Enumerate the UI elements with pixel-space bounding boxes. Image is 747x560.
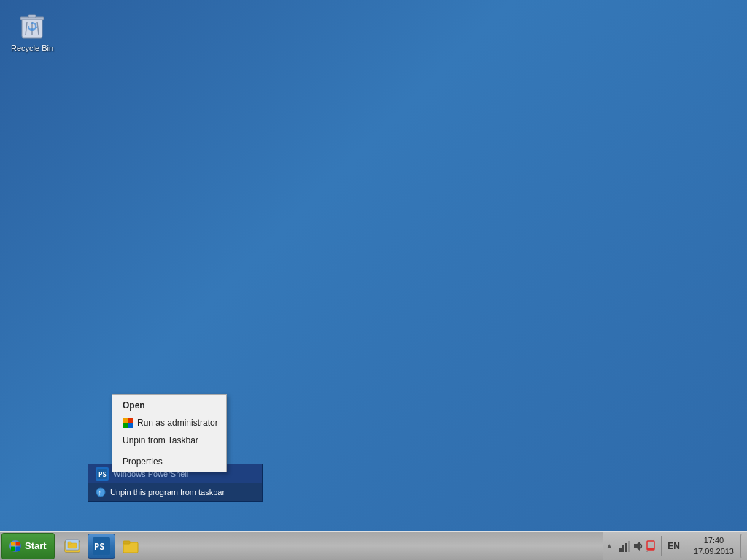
action-center-tray-icon[interactable] bbox=[645, 540, 657, 552]
taskbar: Start PS bbox=[0, 531, 747, 560]
clock-display[interactable]: 17:40 17.09.2013 bbox=[688, 535, 740, 556]
svg-rect-34 bbox=[628, 541, 630, 552]
taskbar-pin-folder[interactable] bbox=[117, 534, 144, 559]
taskbar-pin-powershell[interactable]: PS bbox=[88, 534, 115, 559]
unpin-icon: ↑ bbox=[96, 487, 106, 497]
recycle-bin-graphic bbox=[18, 9, 47, 41]
svg-rect-10 bbox=[123, 418, 128, 423]
svg-rect-14 bbox=[11, 542, 15, 546]
start-button[interactable]: Start bbox=[1, 533, 55, 559]
svg-rect-5 bbox=[28, 15, 36, 18]
context-menu-unpin[interactable]: Unpin from Taskbar bbox=[112, 432, 226, 449]
tray-divider bbox=[661, 536, 662, 556]
recycle-bin-label: Recycle Bin bbox=[11, 44, 53, 53]
svg-rect-15 bbox=[16, 542, 20, 546]
context-menu-run-as-admin[interactable]: Run as administrator bbox=[112, 414, 226, 432]
system-tray: ▲ bbox=[603, 532, 747, 560]
unpin-program-label: Unpin this program from taskbar bbox=[110, 488, 225, 497]
language-indicator[interactable]: EN bbox=[663, 541, 684, 551]
svg-rect-13 bbox=[128, 423, 133, 428]
tray-expand-arrow[interactable]: ▲ bbox=[603, 542, 616, 550]
unpin-program-item[interactable]: ↑ Unpin this program from taskbar bbox=[88, 483, 262, 501]
svg-text:PS: PS bbox=[98, 471, 107, 478]
network-tray-icon[interactable] bbox=[619, 540, 630, 552]
svg-rect-11 bbox=[128, 418, 133, 423]
powershell-icon-small: PS bbox=[96, 467, 109, 481]
tray-icons bbox=[616, 540, 659, 552]
svg-rect-33 bbox=[625, 543, 627, 552]
svg-rect-17 bbox=[16, 546, 20, 551]
context-menu-open[interactable]: Open bbox=[112, 397, 226, 414]
svg-rect-30 bbox=[123, 541, 130, 544]
svg-rect-31 bbox=[619, 548, 622, 552]
clock-date: 17.09.2013 bbox=[694, 546, 734, 556]
start-label: Start bbox=[25, 540, 47, 551]
svg-text:PS: PS bbox=[94, 542, 104, 552]
svg-rect-26 bbox=[68, 542, 71, 544]
svg-text:↑: ↑ bbox=[98, 489, 102, 497]
taskbar-pin-file-explorer[interactable] bbox=[58, 534, 86, 559]
start-orb-icon bbox=[9, 540, 21, 552]
svg-rect-12 bbox=[123, 423, 128, 428]
clock-time: 17:40 bbox=[694, 535, 734, 545]
context-menu-properties[interactable]: Properties bbox=[112, 453, 226, 470]
svg-rect-16 bbox=[11, 546, 15, 551]
show-desktop-button[interactable] bbox=[740, 534, 746, 559]
run-admin-icon bbox=[123, 418, 133, 428]
context-menu: Open Run as administrator Unpin from Tas… bbox=[112, 394, 227, 472]
taskbar-pins: PS bbox=[58, 534, 145, 559]
context-menu-separator bbox=[112, 451, 226, 451]
sound-tray-icon[interactable] bbox=[632, 540, 643, 552]
svg-marker-35 bbox=[634, 542, 640, 551]
recycle-bin-icon[interactable]: Recycle Bin bbox=[6, 6, 58, 56]
tray-divider-2 bbox=[686, 536, 686, 556]
desktop: Recycle Bin PS Windows PowerShell ↑ Unpi… bbox=[0, 0, 747, 531]
svg-rect-37 bbox=[647, 548, 654, 550]
svg-rect-32 bbox=[622, 545, 624, 552]
